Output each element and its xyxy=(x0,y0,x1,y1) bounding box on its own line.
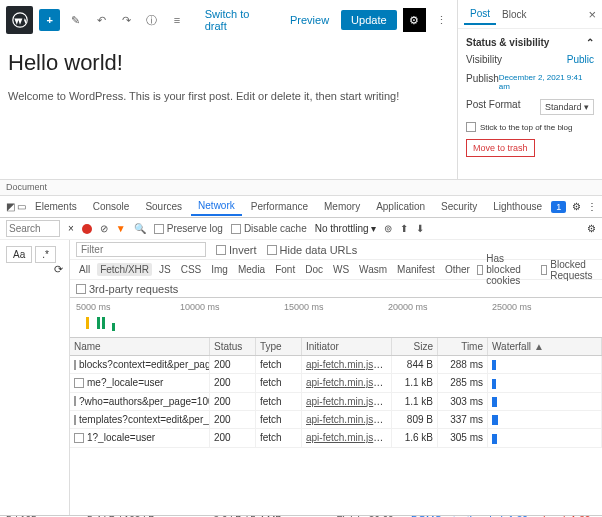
download-icon[interactable]: ⬇ xyxy=(416,223,424,234)
match-case-button[interactable]: Aa xyxy=(6,246,32,263)
wordpress-logo[interactable] xyxy=(6,6,33,34)
throttle-select[interactable]: No throttling ▾ xyxy=(315,223,377,234)
more-icon[interactable]: ⋮ xyxy=(432,10,451,30)
post-body[interactable]: Welcome to WordPress. This is your first… xyxy=(8,90,449,102)
search-icon[interactable]: 🔍 xyxy=(134,223,146,234)
invert-checkbox[interactable] xyxy=(216,245,226,255)
stick-checkbox[interactable] xyxy=(466,122,476,132)
tab-security[interactable]: Security xyxy=(434,198,484,215)
type-manifest[interactable]: Manifest xyxy=(394,263,438,276)
tab-post[interactable]: Post xyxy=(464,4,496,25)
preserve-checkbox[interactable] xyxy=(154,224,164,234)
move-trash-button[interactable]: Move to trash xyxy=(466,139,535,157)
table-row[interactable]: templates?context=edit&per_page=10...200… xyxy=(70,411,602,429)
tab-sources[interactable]: Sources xyxy=(138,198,189,215)
search-input[interactable] xyxy=(6,220,60,237)
col-waterfall[interactable]: Waterfall▲ xyxy=(488,338,602,355)
messages-badge[interactable]: 1 xyxy=(551,201,566,213)
gear-icon[interactable]: ⚙ xyxy=(572,201,581,212)
edit-icon[interactable]: ✎ xyxy=(66,10,85,30)
post-title[interactable]: Hello world! xyxy=(8,50,449,76)
settings-icon[interactable]: ⚙ xyxy=(403,8,426,32)
col-type[interactable]: Type xyxy=(256,338,302,355)
switch-draft-link[interactable]: Switch to draft xyxy=(199,8,278,32)
tab-memory[interactable]: Memory xyxy=(317,198,367,215)
type-ws[interactable]: WS xyxy=(330,263,352,276)
add-block-button[interactable]: + xyxy=(39,9,60,31)
type-media[interactable]: Media xyxy=(235,263,268,276)
type-img[interactable]: Img xyxy=(208,263,231,276)
outline-icon[interactable]: ≡ xyxy=(167,10,186,30)
type-css[interactable]: CSS xyxy=(178,263,205,276)
table-row[interactable]: 1?_locale=user200fetchapi-fetch.min.js?v… xyxy=(70,429,602,447)
tab-console[interactable]: Console xyxy=(86,198,137,215)
format-label: Post Format xyxy=(466,99,520,115)
visibility-value[interactable]: Public xyxy=(567,54,594,65)
upload-icon[interactable]: ⬆ xyxy=(400,223,408,234)
device-icon[interactable]: ▭ xyxy=(17,199,26,215)
filter-input[interactable] xyxy=(76,242,206,257)
close-sidebar-icon[interactable]: × xyxy=(588,7,596,22)
col-status[interactable]: Status xyxy=(210,338,256,355)
type-all[interactable]: All xyxy=(76,263,93,276)
chevron-up-icon: ⌃ xyxy=(586,37,594,48)
search-close-icon[interactable]: × xyxy=(68,223,74,234)
type-js[interactable]: JS xyxy=(156,263,174,276)
tab-application[interactable]: Application xyxy=(369,198,432,215)
update-button[interactable]: Update xyxy=(341,10,396,30)
regex-button[interactable]: .* xyxy=(35,246,56,263)
netgear-icon[interactable]: ⚙ xyxy=(587,223,596,234)
table-row[interactable]: me?_locale=user200fetchapi-fetch.min.js?… xyxy=(70,374,602,392)
tab-elements[interactable]: Elements xyxy=(28,198,84,215)
status-visibility-header[interactable]: Status & visibility⌃ xyxy=(466,35,594,50)
inspect-icon[interactable]: ◩ xyxy=(6,199,15,215)
record-icon[interactable] xyxy=(82,224,92,234)
preview-link[interactable]: Preview xyxy=(284,14,335,26)
format-select[interactable]: Standard ▾ xyxy=(540,99,594,115)
col-time[interactable]: Time xyxy=(438,338,488,355)
table-row[interactable]: ?who=authors&per_page=100&_locale...200f… xyxy=(70,393,602,411)
stick-label: Stick to the top of the blog xyxy=(480,123,573,132)
col-size[interactable]: Size xyxy=(392,338,438,355)
preserve-label: Preserve log xyxy=(167,223,223,234)
refresh-icon[interactable]: ⟳ xyxy=(54,263,63,276)
col-initiator[interactable]: Initiator xyxy=(302,338,392,355)
sort-up-icon: ▲ xyxy=(534,341,544,352)
publish-value[interactable]: December 2, 2021 9:41 am xyxy=(499,73,594,91)
blocked_cookies-checkbox[interactable] xyxy=(477,265,483,275)
disable-label: Disable cache xyxy=(244,223,307,234)
visibility-label: Visibility xyxy=(466,54,502,65)
third-party-label: 3rd-party requests xyxy=(89,283,178,295)
tab-block[interactable]: Block xyxy=(496,5,532,24)
blocked_req-checkbox[interactable] xyxy=(541,265,548,275)
type-font[interactable]: Font xyxy=(272,263,298,276)
type-wasm[interactable]: Wasm xyxy=(356,263,390,276)
col-name[interactable]: Name xyxy=(70,338,210,355)
type-doc[interactable]: Doc xyxy=(302,263,326,276)
tab-network[interactable]: Network xyxy=(191,197,242,216)
timeline[interactable]: 5000 ms10000 ms15000 ms20000 ms25000 ms xyxy=(70,298,602,338)
type-fetch-xhr[interactable]: Fetch/XHR xyxy=(97,263,152,276)
wifi-icon[interactable]: ⊚ xyxy=(384,223,392,234)
dt-more-icon[interactable]: ⋮ xyxy=(587,201,597,212)
publish-label: Publish xyxy=(466,73,499,91)
invert-label: Invert xyxy=(229,244,257,256)
hide-label: Hide data URLs xyxy=(280,244,358,256)
clear-icon[interactable]: ⊘ xyxy=(100,223,108,234)
filter-icon[interactable]: ▼ xyxy=(116,223,126,234)
disable-cache-checkbox[interactable] xyxy=(231,224,241,234)
document-label: Document xyxy=(0,180,602,196)
type-other[interactable]: Other xyxy=(442,263,473,276)
tab-performance[interactable]: Performance xyxy=(244,198,315,215)
table-row[interactable]: blocks?context=edit&per_page=100&_l...20… xyxy=(70,356,602,374)
redo-icon[interactable]: ↷ xyxy=(117,10,136,30)
undo-icon[interactable]: ↶ xyxy=(92,10,111,30)
hide-urls-checkbox[interactable] xyxy=(267,245,277,255)
tab-lighthouse[interactable]: Lighthouse xyxy=(486,198,549,215)
third-party-checkbox[interactable] xyxy=(76,284,86,294)
info-icon[interactable]: ⓘ xyxy=(142,10,161,30)
